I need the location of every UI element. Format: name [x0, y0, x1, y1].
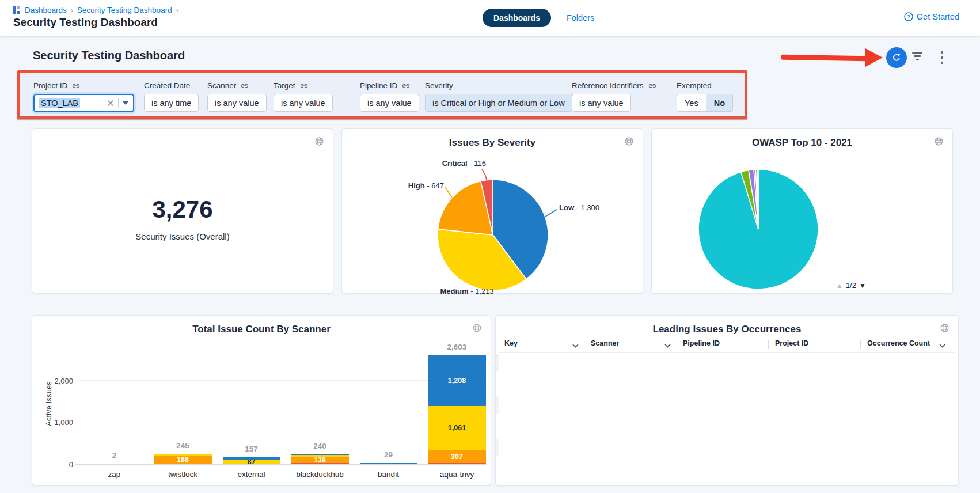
severity-filter-value[interactable]: is Critical or High or Medium or Low	[425, 94, 572, 112]
column-header-scanner[interactable]: Scanner	[591, 339, 619, 347]
pipeline-id-filter-value[interactable]: is any value	[360, 94, 419, 112]
bar-blackduckhub[interactable]: 138240	[291, 454, 349, 464]
link-icon	[300, 82, 308, 90]
more-options-icon[interactable]	[937, 51, 947, 64]
breadcrumb-link-dashboards[interactable]: Dashboards	[25, 6, 67, 14]
filter-label-text: Project ID	[33, 81, 67, 90]
slice-value: - 1,300	[574, 203, 599, 212]
bar-segment-high[interactable]	[223, 464, 280, 464]
filter-label-created-date: Created Date	[144, 81, 190, 90]
filter-label-text: Created Date	[144, 81, 190, 90]
sort-chevron-down-icon[interactable]	[664, 342, 671, 350]
globe-icon[interactable]	[472, 323, 482, 335]
column-separator	[675, 340, 675, 349]
gridline	[80, 464, 487, 464]
y-axis-tick: 2,000	[40, 377, 73, 385]
segment-value-label: 307	[428, 453, 486, 461]
tab-dashboards[interactable]: Dashboards	[483, 9, 551, 27]
column-header-key[interactable]: Key	[504, 339, 518, 347]
y-axis-tick: 0	[40, 460, 73, 469]
filter-label-exempted: Exempted	[677, 81, 712, 90]
pie-label-medium: Medium - 1,213	[421, 287, 513, 295]
pie-label-leader-line	[445, 187, 452, 198]
bar-segment-high[interactable]: 138	[291, 457, 349, 463]
globe-icon[interactable]	[314, 136, 324, 149]
column-separator	[583, 340, 583, 349]
segment-value-label: 1,208	[428, 377, 486, 385]
bar-segment-medium[interactable]: 87	[223, 460, 280, 464]
link-icon	[72, 82, 80, 90]
sort-chevron-down-icon[interactable]	[572, 342, 579, 350]
bar-aqua-trivy[interactable]: 3071,0611,2082,603	[428, 355, 486, 464]
tile-total-issue-count-by-scanner: Total Issue Count By Scanner Active Issu…	[32, 315, 491, 486]
bar-segment-medium[interactable]: 1,061	[428, 406, 486, 450]
table-row-fragment	[496, 439, 499, 456]
dashboard-filters-icon[interactable]	[911, 52, 924, 63]
filter-label-text: Reference Identifiers	[572, 81, 644, 90]
bar-segment-low[interactable]	[360, 463, 417, 464]
bar-segment-low[interactable]	[154, 454, 212, 454]
bar-segment-critical[interactable]	[428, 463, 486, 464]
total-issues-value: 3,276	[32, 196, 333, 223]
target-filter-value[interactable]: is any value	[274, 94, 333, 112]
breadcrumb-separator	[71, 6, 73, 14]
bar-segment-low[interactable]: 1,208	[428, 355, 486, 406]
bar-segment-medium[interactable]	[154, 454, 212, 456]
exempted-option-no[interactable]: No	[706, 94, 733, 112]
bar-segment-critical[interactable]	[291, 463, 349, 464]
pie-label-critical: Critical - 116	[394, 159, 486, 168]
breadcrumb-separator	[176, 6, 178, 14]
bar-chart-plot-area: 01,0002,0002zap188245twistlock87157exter…	[80, 350, 487, 464]
bar-segment-high[interactable]: 188	[154, 456, 212, 464]
project-id-filter-input[interactable]: STO_LAB	[33, 94, 134, 112]
owasp-pie-chart	[652, 129, 954, 294]
slice-value: - 647	[425, 181, 444, 190]
slice-name: High	[408, 181, 425, 190]
pie-pagination: ▲ 1/2 ▼	[836, 281, 866, 290]
get-started-link[interactable]: ? Get Started	[904, 12, 959, 21]
pie-label-leader-line	[545, 210, 557, 217]
exempted-option-yes[interactable]: Yes	[677, 94, 706, 112]
tile-issues-by-severity: Issues By Severity Critical - 116 High -…	[341, 128, 643, 294]
bar-zap[interactable]: 2	[86, 464, 143, 464]
filter-label-target: Target	[274, 81, 308, 90]
column-header-project-id[interactable]: Project ID	[775, 339, 808, 347]
filter-label-text: Severity	[425, 81, 453, 90]
bar-segment-low[interactable]	[291, 454, 349, 456]
x-axis-category: bandit	[357, 470, 420, 479]
x-axis-category: aqua-trivy	[426, 470, 489, 479]
bar-total-label: 240	[291, 442, 349, 450]
page-up-icon[interactable]: ▲	[836, 282, 843, 290]
tab-folders[interactable]: Folders	[567, 13, 594, 22]
x-axis-category: external	[220, 470, 283, 479]
filter-label-text: Pipeline ID	[360, 81, 397, 90]
bar-segment-high[interactable]: 307	[428, 450, 486, 463]
column-header-occurrence-count[interactable]: Occurrence Count	[867, 339, 930, 347]
filter-label-scanner: Scanner	[207, 81, 249, 90]
project-id-selected-value[interactable]: STO_LAB	[39, 98, 80, 108]
bar-segment-low[interactable]	[223, 457, 280, 460]
column-header-pipeline-id[interactable]: Pipeline ID	[683, 339, 720, 347]
bar-twistlock[interactable]: 188245	[154, 454, 212, 464]
globe-icon[interactable]	[940, 323, 949, 335]
tile-title: Total Issue Count By Scanner	[32, 324, 491, 335]
bar-bandit[interactable]: 29	[360, 463, 417, 464]
refresh-button[interactable]	[886, 47, 907, 68]
bar-external[interactable]: 87157	[223, 457, 280, 464]
slice-value: - 1,213	[469, 287, 494, 295]
page-title: Security Testing Dashboard	[13, 16, 158, 29]
sort-chevron-down-icon[interactable]	[939, 342, 945, 350]
tile-owasp-top-10: OWASP Top 10 - 2021 ▲ 1/2 ▼	[651, 128, 953, 294]
clear-x-icon[interactable]	[107, 100, 114, 107]
reference-identifiers-filter-value[interactable]: is any value	[572, 94, 631, 112]
created-date-filter-value[interactable]: is any time	[144, 94, 199, 112]
breadcrumb-link-current[interactable]: Security Testing Dashboard	[77, 6, 172, 14]
y-axis-tick: 1,000	[40, 418, 73, 427]
bar-segment-low[interactable]	[86, 464, 143, 464]
dropdown-caret-icon[interactable]	[123, 101, 128, 105]
scanner-filter-value[interactable]: is any value	[207, 94, 267, 112]
page-down-icon[interactable]: ▼	[859, 282, 866, 290]
bar-segment-critical[interactable]	[154, 464, 212, 464]
bar-segment-medium[interactable]	[291, 455, 349, 457]
bar-total-label: 29	[360, 450, 417, 459]
